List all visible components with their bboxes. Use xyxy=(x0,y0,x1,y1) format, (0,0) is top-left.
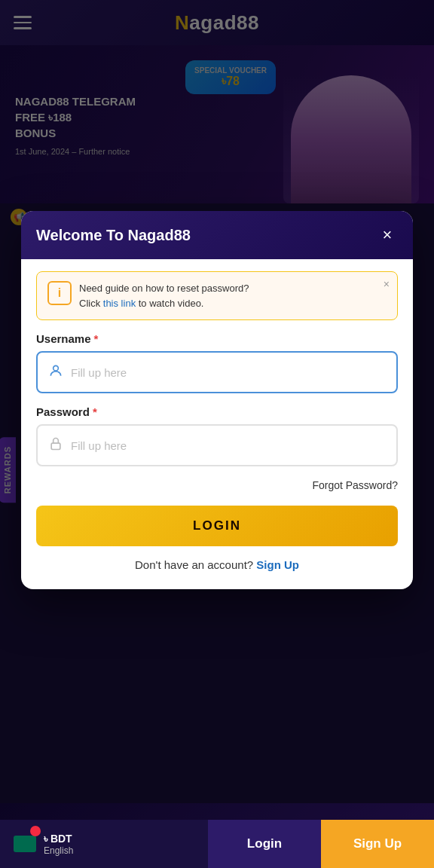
currency-info: ৳ BDT English xyxy=(44,833,73,856)
login-button[interactable]: LOGIN xyxy=(36,506,398,546)
info-text-end: to watch video. xyxy=(136,298,203,309)
user-icon xyxy=(48,363,63,382)
modal-close-button[interactable]: × xyxy=(377,225,398,246)
password-input[interactable] xyxy=(71,439,386,452)
password-group: Password * xyxy=(36,405,398,466)
modal-title: Welcome To Nagad88 xyxy=(36,227,191,244)
password-required: * xyxy=(93,405,97,418)
signup-link[interactable]: Sign Up xyxy=(256,558,299,571)
info-text: Need guide on how to reset password? Cli… xyxy=(79,281,387,310)
bottom-login-button[interactable]: Login xyxy=(208,820,321,868)
username-label: Username * xyxy=(36,332,398,345)
signup-row: Don't have an account? Sign Up xyxy=(36,558,398,571)
bangladesh-flag xyxy=(14,836,36,852)
login-modal: Welcome To Nagad88 × i Need guide on how… xyxy=(21,211,413,589)
password-label: Password * xyxy=(36,405,398,418)
username-label-text: Username xyxy=(36,332,91,345)
language-text: English xyxy=(44,845,73,856)
username-input[interactable] xyxy=(71,366,386,379)
password-label-text: Password xyxy=(36,405,90,418)
forgot-password-row: Forgot Password? xyxy=(36,478,398,492)
info-text-start: Need guide on how to reset password? xyxy=(79,283,249,294)
modal-body: i Need guide on how to reset password? C… xyxy=(21,271,413,589)
flag-container xyxy=(14,836,36,852)
info-banner: i Need guide on how to reset password? C… xyxy=(36,271,398,320)
info-icon: i xyxy=(47,281,72,305)
currency-selector[interactable]: ৳ BDT English xyxy=(0,820,208,868)
flag-red-circle xyxy=(30,826,41,836)
info-link[interactable]: this link xyxy=(103,298,136,309)
password-input-wrapper xyxy=(36,424,398,466)
currency-text: ৳ BDT xyxy=(44,833,73,845)
username-required: * xyxy=(94,332,99,345)
svg-rect-1 xyxy=(51,443,60,449)
svg-point-0 xyxy=(53,365,59,371)
bottom-signup-button[interactable]: Sign Up xyxy=(321,820,434,868)
bottom-nav: ৳ BDT English Login Sign Up xyxy=(0,820,434,868)
signup-text: Don't have an account? xyxy=(135,558,253,571)
lock-icon xyxy=(48,436,63,455)
forgot-password-link[interactable]: Forgot Password? xyxy=(312,479,398,491)
modal-header: Welcome To Nagad88 × xyxy=(21,211,413,259)
info-click-prefix: Click xyxy=(79,298,103,309)
username-input-wrapper xyxy=(36,351,398,393)
info-banner-close[interactable]: × xyxy=(384,278,390,290)
username-group: Username * xyxy=(36,332,398,393)
